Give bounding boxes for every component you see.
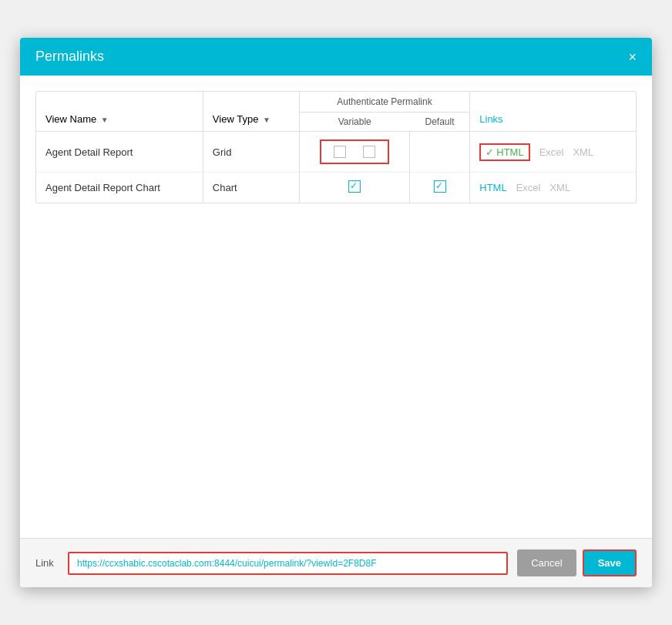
- modal-header: Permalinks ×: [20, 38, 652, 76]
- modal-footer: Link https://ccxshabic.cscotaclab.com:84…: [20, 538, 652, 587]
- row1-view-type: Grid: [213, 146, 232, 158]
- col-default-header: Default: [425, 116, 454, 127]
- modal-body: View Name ▼ View Type ▼ Authenticate Per…: [20, 76, 652, 538]
- permalink-table: View Name ▼ View Type ▼ Authenticate Per…: [36, 92, 636, 203]
- table-header-row-1: View Name ▼ View Type ▼ Authenticate Per…: [36, 92, 636, 113]
- col-auth-header: Authenticate Permalink: [337, 96, 432, 107]
- save-button[interactable]: Save: [583, 549, 637, 576]
- row2-excel-link: Excel: [516, 182, 541, 193]
- view-type-sort-icon: ▼: [263, 116, 270, 124]
- row2-variable-checkbox[interactable]: ✓: [348, 180, 361, 193]
- col-view-name-header: View Name: [45, 113, 96, 125]
- footer-buttons: Cancel Save: [517, 549, 637, 576]
- row2-xml-link: XML: [549, 182, 570, 193]
- row1-default-checkbox[interactable]: [363, 146, 375, 158]
- row2-view-type: Chart: [213, 182, 237, 193]
- row2-html-link[interactable]: HTML: [479, 182, 506, 193]
- col-view-type-header: View Type: [213, 113, 259, 125]
- row1-links: ✓ HTML Excel XML: [479, 143, 627, 161]
- modal-title: Permalinks: [35, 49, 104, 65]
- link-label: Link: [35, 557, 59, 569]
- row1-html-link[interactable]: ✓ HTML: [479, 143, 529, 161]
- table-row: Agent Detail Report Grid: [36, 132, 636, 173]
- row1-xml-link: XML: [573, 146, 593, 158]
- col-links-header: Links: [479, 113, 502, 125]
- table-row: Agent Detail Report Chart Chart ✓: [36, 173, 636, 203]
- permalink-table-wrapper: View Name ▼ View Type ▼ Authenticate Per…: [35, 91, 637, 203]
- link-url-display: https://ccxshabic.cscotaclab.com:8444/cu…: [68, 552, 508, 575]
- view-name-sort-icon: ▼: [101, 116, 109, 124]
- row1-variable-checkbox[interactable]: [334, 146, 346, 158]
- row1-view-name: Agent Detail Report: [45, 146, 133, 158]
- row2-view-name: Agent Detail Report Chart: [45, 182, 160, 193]
- check-icon: ✓: [486, 146, 494, 158]
- row1-excel-link: Excel: [539, 146, 564, 158]
- cancel-button[interactable]: Cancel: [517, 549, 576, 576]
- close-button[interactable]: ×: [628, 50, 637, 64]
- permalinks-modal: Permalinks × View Name ▼ View Type ▼: [20, 38, 652, 587]
- row2-default-checkbox[interactable]: ✓: [434, 180, 446, 193]
- row2-links: HTML Excel XML: [479, 182, 627, 193]
- col-variable-header: Variable: [338, 116, 371, 127]
